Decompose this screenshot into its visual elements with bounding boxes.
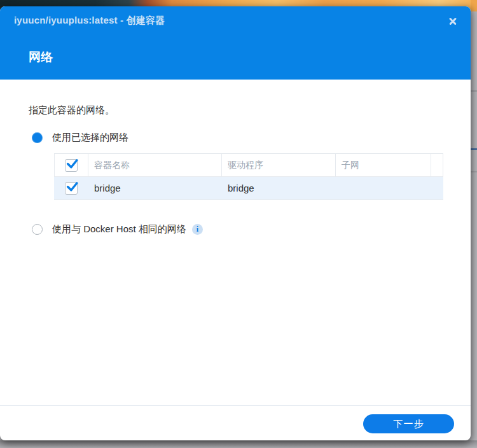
next-step-button[interactable]: 下一步 [363, 414, 454, 433]
cell-subnet [335, 177, 431, 199]
create-container-dialog: iyuucn/iyuuplus:latest - 创建容器 网络 指定此容器的网… [0, 6, 471, 440]
radio-option-docker-host-network[interactable]: 使用与 Docker Host 相同的网络 i [32, 223, 203, 235]
checkmark-icon [66, 158, 78, 170]
radio-unselected-icon[interactable] [32, 224, 43, 235]
checkmark-icon [66, 181, 78, 193]
desktop-screen: iyuucn/iyuuplus:latest - 创建容器 网络 指定此容器的网… [0, 0, 477, 448]
step-title: 网络 [29, 49, 53, 66]
table-body: bridge bridge [54, 177, 443, 200]
cell-spacer [431, 177, 443, 199]
dialog-title: iyuucn/iyuuplus:latest - 创建容器 [14, 15, 165, 27]
close-icon[interactable] [448, 16, 458, 26]
dialog-header: iyuucn/iyuuplus:latest - 创建容器 网络 [0, 6, 471, 80]
desktop-background-right [471, 0, 477, 448]
footer-divider [0, 405, 471, 406]
instruction-text: 指定此容器的网络。 [29, 104, 114, 116]
column-header-subnet[interactable]: 子网 [335, 154, 431, 176]
radio-option-selected-networks[interactable]: 使用已选择的网络 [32, 132, 128, 144]
cell-driver: bridge [221, 177, 335, 199]
radio-option-label: 使用已选择的网络 [52, 132, 128, 144]
desktop-background-bottom [0, 440, 477, 448]
column-header-container-name[interactable]: 容器名称 [88, 154, 221, 176]
table-row-bridge[interactable]: bridge bridge [54, 177, 443, 200]
column-header-spacer [431, 154, 443, 176]
table-header-checkbox-cell [54, 154, 88, 176]
network-table: 容器名称 驱动程序 子网 bridge bridge [54, 153, 443, 200]
cell-container-name: bridge [88, 177, 221, 199]
row-checkbox[interactable] [65, 182, 78, 195]
row-checkbox-cell [54, 177, 88, 199]
table-header-row: 容器名称 驱动程序 子网 [54, 153, 443, 177]
info-icon[interactable]: i [192, 224, 203, 235]
column-header-driver[interactable]: 驱动程序 [221, 154, 335, 176]
radio-option-label: 使用与 Docker Host 相同的网络 [52, 223, 186, 235]
select-all-checkbox[interactable] [65, 159, 78, 172]
radio-selected-icon[interactable] [32, 132, 43, 143]
